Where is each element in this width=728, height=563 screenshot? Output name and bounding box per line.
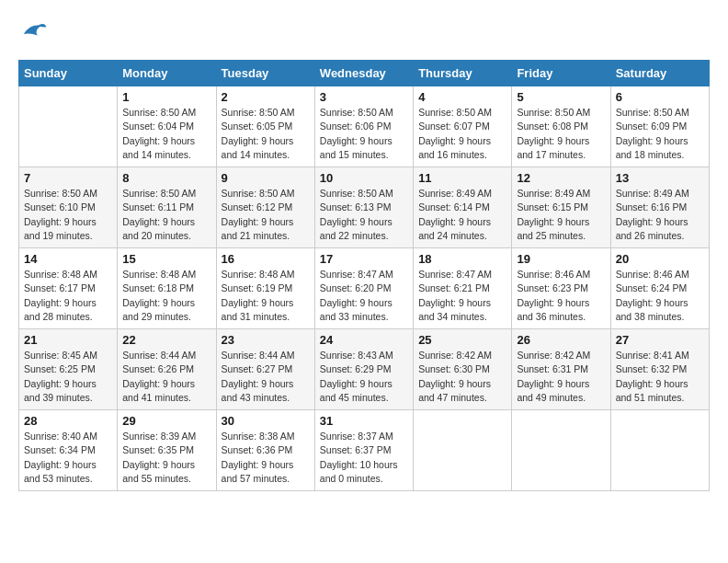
day-info: Sunrise: 8:50 AM Sunset: 6:06 PM Dayligh… [320,106,408,162]
calendar-cell: 10Sunrise: 8:50 AM Sunset: 6:13 PM Dayli… [314,167,413,248]
day-info: Sunrise: 8:50 AM Sunset: 6:11 PM Dayligh… [122,187,210,243]
calendar-cell: 23Sunrise: 8:44 AM Sunset: 6:27 PM Dayli… [216,329,314,410]
calendar-week-row: 14Sunrise: 8:48 AM Sunset: 6:17 PM Dayli… [19,248,710,329]
day-info: Sunrise: 8:44 AM Sunset: 6:27 PM Dayligh… [222,349,310,405]
calendar-table: SundayMondayTuesdayWednesdayThursdayFrid… [18,60,710,491]
day-number: 28 [24,414,112,428]
logo [18,18,48,51]
day-number: 30 [222,414,310,428]
weekday-header-wednesday: Wednesday [314,61,413,86]
calendar-cell: 13Sunrise: 8:49 AM Sunset: 6:16 PM Dayli… [610,167,709,248]
day-number: 11 [418,171,506,185]
calendar-cell: 3Sunrise: 8:50 AM Sunset: 6:06 PM Daylig… [314,86,413,167]
day-number: 2 [222,90,310,104]
weekday-header-saturday: Saturday [610,61,709,86]
calendar-cell: 7Sunrise: 8:50 AM Sunset: 6:10 PM Daylig… [19,167,118,248]
day-number: 6 [616,90,704,104]
calendar-cell: 14Sunrise: 8:48 AM Sunset: 6:17 PM Dayli… [19,248,118,329]
day-info: Sunrise: 8:50 AM Sunset: 6:05 PM Dayligh… [222,106,310,162]
calendar-cell: 22Sunrise: 8:44 AM Sunset: 6:26 PM Dayli… [118,329,216,410]
day-info: Sunrise: 8:46 AM Sunset: 6:24 PM Dayligh… [616,268,704,324]
calendar-cell: 30Sunrise: 8:38 AM Sunset: 6:36 PM Dayli… [216,410,314,491]
calendar-cell: 16Sunrise: 8:48 AM Sunset: 6:19 PM Dayli… [216,248,314,329]
day-info: Sunrise: 8:40 AM Sunset: 6:34 PM Dayligh… [24,430,112,486]
day-info: Sunrise: 8:49 AM Sunset: 6:16 PM Dayligh… [616,187,704,243]
day-number: 18 [418,252,506,266]
day-number: 12 [517,171,605,185]
day-info: Sunrise: 8:50 AM Sunset: 6:09 PM Dayligh… [616,106,704,162]
day-info: Sunrise: 8:50 AM Sunset: 6:07 PM Dayligh… [418,106,506,162]
calendar-cell: 1Sunrise: 8:50 AM Sunset: 6:04 PM Daylig… [118,86,216,167]
day-number: 27 [616,333,704,347]
logo-text [18,18,48,51]
calendar-cell [610,410,709,491]
day-number: 16 [222,252,310,266]
day-number: 15 [122,252,210,266]
calendar-cell: 12Sunrise: 8:49 AM Sunset: 6:15 PM Dayli… [512,167,610,248]
day-number: 10 [320,171,408,185]
calendar-cell [414,410,512,491]
day-info: Sunrise: 8:50 AM Sunset: 6:13 PM Dayligh… [320,187,408,243]
calendar-cell: 26Sunrise: 8:42 AM Sunset: 6:31 PM Dayli… [512,329,610,410]
day-info: Sunrise: 8:50 AM Sunset: 6:10 PM Dayligh… [24,187,112,243]
day-number: 13 [616,171,704,185]
calendar-cell [19,86,118,167]
weekday-header-row: SundayMondayTuesdayWednesdayThursdayFrid… [19,61,710,86]
weekday-header-thursday: Thursday [414,61,512,86]
day-number: 1 [122,90,210,104]
day-info: Sunrise: 8:50 AM Sunset: 6:04 PM Dayligh… [122,106,210,162]
day-number: 3 [320,90,408,104]
day-info: Sunrise: 8:48 AM Sunset: 6:19 PM Dayligh… [222,268,310,324]
day-info: Sunrise: 8:42 AM Sunset: 6:30 PM Dayligh… [418,349,506,405]
calendar-cell: 11Sunrise: 8:49 AM Sunset: 6:14 PM Dayli… [414,167,512,248]
day-info: Sunrise: 8:42 AM Sunset: 6:31 PM Dayligh… [517,349,605,405]
weekday-header-sunday: Sunday [19,61,118,86]
day-number: 4 [418,90,506,104]
day-info: Sunrise: 8:49 AM Sunset: 6:14 PM Dayligh… [418,187,506,243]
day-number: 19 [517,252,605,266]
day-info: Sunrise: 8:48 AM Sunset: 6:18 PM Dayligh… [122,268,210,324]
calendar-week-row: 28Sunrise: 8:40 AM Sunset: 6:34 PM Dayli… [19,410,710,491]
weekday-header-friday: Friday [512,61,610,86]
day-info: Sunrise: 8:47 AM Sunset: 6:20 PM Dayligh… [320,268,408,324]
day-number: 17 [320,252,408,266]
day-info: Sunrise: 8:46 AM Sunset: 6:23 PM Dayligh… [517,268,605,324]
logo-bird-icon [20,18,48,46]
calendar-week-row: 21Sunrise: 8:45 AM Sunset: 6:25 PM Dayli… [19,329,710,410]
day-number: 29 [122,414,210,428]
calendar-cell: 6Sunrise: 8:50 AM Sunset: 6:09 PM Daylig… [610,86,709,167]
day-number: 26 [517,333,605,347]
calendar-cell: 19Sunrise: 8:46 AM Sunset: 6:23 PM Dayli… [512,248,610,329]
day-info: Sunrise: 8:45 AM Sunset: 6:25 PM Dayligh… [24,349,112,405]
calendar-cell: 4Sunrise: 8:50 AM Sunset: 6:07 PM Daylig… [414,86,512,167]
day-info: Sunrise: 8:37 AM Sunset: 6:37 PM Dayligh… [320,430,408,486]
day-number: 7 [24,171,112,185]
calendar-week-row: 7Sunrise: 8:50 AM Sunset: 6:10 PM Daylig… [19,167,710,248]
calendar-week-row: 1Sunrise: 8:50 AM Sunset: 6:04 PM Daylig… [19,86,710,167]
day-info: Sunrise: 8:39 AM Sunset: 6:35 PM Dayligh… [122,430,210,486]
day-info: Sunrise: 8:50 AM Sunset: 6:12 PM Dayligh… [222,187,310,243]
calendar-cell: 2Sunrise: 8:50 AM Sunset: 6:05 PM Daylig… [216,86,314,167]
calendar-cell: 29Sunrise: 8:39 AM Sunset: 6:35 PM Dayli… [118,410,216,491]
calendar-cell: 18Sunrise: 8:47 AM Sunset: 6:21 PM Dayli… [414,248,512,329]
calendar-cell: 15Sunrise: 8:48 AM Sunset: 6:18 PM Dayli… [118,248,216,329]
day-number: 25 [418,333,506,347]
day-number: 23 [222,333,310,347]
day-number: 5 [517,90,605,104]
day-number: 31 [320,414,408,428]
day-number: 9 [222,171,310,185]
calendar-cell: 31Sunrise: 8:37 AM Sunset: 6:37 PM Dayli… [314,410,413,491]
day-info: Sunrise: 8:47 AM Sunset: 6:21 PM Dayligh… [418,268,506,324]
calendar-cell: 5Sunrise: 8:50 AM Sunset: 6:08 PM Daylig… [512,86,610,167]
day-number: 21 [24,333,112,347]
weekday-header-monday: Monday [118,61,216,86]
day-info: Sunrise: 8:50 AM Sunset: 6:08 PM Dayligh… [517,106,605,162]
day-info: Sunrise: 8:48 AM Sunset: 6:17 PM Dayligh… [24,268,112,324]
day-info: Sunrise: 8:38 AM Sunset: 6:36 PM Dayligh… [222,430,310,486]
day-info: Sunrise: 8:44 AM Sunset: 6:26 PM Dayligh… [122,349,210,405]
calendar-cell: 24Sunrise: 8:43 AM Sunset: 6:29 PM Dayli… [314,329,413,410]
calendar-cell: 9Sunrise: 8:50 AM Sunset: 6:12 PM Daylig… [216,167,314,248]
day-info: Sunrise: 8:43 AM Sunset: 6:29 PM Dayligh… [320,349,408,405]
day-number: 14 [24,252,112,266]
day-number: 8 [122,171,210,185]
